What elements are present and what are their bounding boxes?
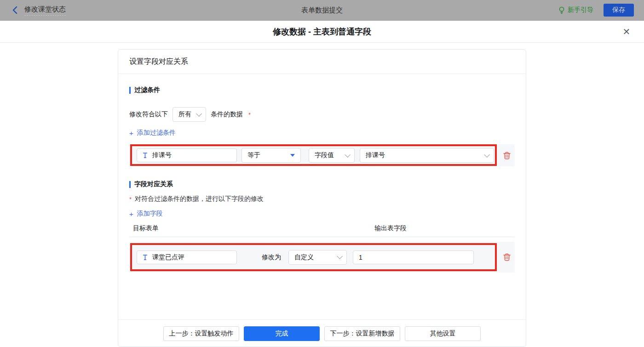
compare-value: 排课号 bbox=[366, 151, 385, 159]
next-step-button[interactable]: 下一步：设置新增数据 bbox=[324, 326, 400, 341]
beginner-guide-label: 新手引导 bbox=[568, 6, 593, 14]
plus-icon: + bbox=[129, 210, 133, 218]
card-title: 设置字段对应关系 bbox=[118, 50, 526, 74]
filter-field-value: 排课号 bbox=[152, 151, 172, 159]
back-icon[interactable] bbox=[12, 6, 18, 14]
chevron-down-icon bbox=[345, 152, 351, 158]
delete-condition-button[interactable] bbox=[503, 151, 511, 160]
mapping-description: * 对符合过滤条件的数据，进行以下字段的修改 bbox=[129, 195, 515, 203]
match-prefix-label: 修改符合以下 bbox=[129, 110, 168, 119]
custom-value-input[interactable]: 1 bbox=[353, 250, 474, 264]
section-bar bbox=[129, 181, 131, 188]
caret-down-icon bbox=[290, 154, 295, 157]
delete-mapping-button[interactable] bbox=[503, 253, 511, 262]
chevron-down-icon bbox=[484, 152, 490, 158]
text-field-icon bbox=[142, 254, 148, 261]
match-condition-row: 修改符合以下 所有 条件的数据 * bbox=[129, 107, 515, 122]
value-mode-select[interactable]: 自定义 bbox=[288, 250, 347, 265]
column-output-field: 输出表字段 bbox=[374, 224, 407, 233]
dialog-title: 修改数据 - 主表到普通字段 bbox=[0, 21, 644, 43]
lightbulb-icon bbox=[558, 6, 565, 14]
add-filter-condition-link[interactable]: + 添加过滤条件 bbox=[129, 129, 176, 137]
match-suffix-label: 条件的数据 bbox=[211, 110, 243, 119]
chevron-down-icon bbox=[196, 111, 202, 117]
filter-section-title: 过滤条件 bbox=[129, 86, 515, 94]
operator-select[interactable]: 等于 bbox=[242, 148, 301, 163]
value-type-select[interactable]: 字段值 bbox=[309, 148, 355, 163]
add-field-label: 添加字段 bbox=[137, 210, 163, 218]
target-field-input[interactable]: 课堂已点评 bbox=[137, 250, 237, 264]
dialog-footer: 上一步：设置触发动作 完成 下一步：设置新增数据 其他设置 bbox=[118, 319, 526, 347]
compare-value-select[interactable]: 排课号 bbox=[360, 148, 494, 163]
match-scope-value: 所有 bbox=[178, 110, 191, 119]
prev-step-button[interactable]: 上一步：设置触发动作 bbox=[163, 326, 239, 341]
field-mapping-row: 课堂已点评 修改为 自定义 1 bbox=[129, 242, 515, 273]
filter-condition-row: 排课号 等于 字段值 排课号 bbox=[129, 144, 515, 166]
flow-title[interactable]: 修改课堂状态 bbox=[24, 5, 66, 16]
close-icon[interactable]: ✕ bbox=[620, 25, 633, 38]
required-asterisk: * bbox=[248, 111, 251, 118]
save-button[interactable]: 保存 bbox=[604, 4, 634, 17]
modify-to-label: 修改为 bbox=[262, 253, 288, 262]
other-settings-button[interactable]: 其他设置 bbox=[405, 326, 481, 341]
beginner-guide-link[interactable]: 新手引导 bbox=[558, 6, 593, 14]
operator-value: 等于 bbox=[247, 151, 260, 159]
filter-section-label: 过滤条件 bbox=[134, 86, 160, 94]
value-mode-value: 自定义 bbox=[294, 253, 314, 262]
mapping-section-title: 字段对应关系 bbox=[129, 180, 515, 188]
required-asterisk: * bbox=[129, 196, 132, 203]
value-type-value: 字段值 bbox=[315, 151, 334, 159]
mapping-table-header: 目标表单 输出表字段 bbox=[129, 224, 515, 237]
filter-field-input[interactable]: 排课号 bbox=[137, 148, 237, 162]
mapping-description-text: 对符合过滤条件的数据，进行以下字段的修改 bbox=[135, 195, 264, 203]
topbar-node-title: 表单数据提交 bbox=[0, 6, 644, 15]
add-field-link[interactable]: + 添加字段 bbox=[129, 210, 163, 218]
section-bar bbox=[129, 87, 131, 94]
target-field-value: 课堂已点评 bbox=[152, 253, 184, 262]
modify-data-dialog: 修改数据 - 主表到普通字段 ✕ 设置字段对应关系 过滤条件 修改符合以下 所有… bbox=[0, 21, 644, 347]
plus-icon: + bbox=[129, 129, 133, 137]
field-mapping-card: 设置字段对应关系 过滤条件 修改符合以下 所有 条件的数据 * + 添加过滤条件 bbox=[118, 49, 526, 347]
done-button[interactable]: 完成 bbox=[244, 326, 320, 341]
topbar: 修改课堂状态 表单数据提交 新手引导 保存 bbox=[0, 0, 644, 21]
mapping-section-label: 字段对应关系 bbox=[134, 180, 173, 188]
column-target-form: 目标表单 bbox=[133, 224, 159, 232]
text-field-icon bbox=[142, 152, 148, 159]
custom-value: 1 bbox=[359, 254, 362, 261]
match-scope-select[interactable]: 所有 bbox=[172, 107, 206, 122]
add-filter-condition-label: 添加过滤条件 bbox=[137, 129, 176, 137]
chevron-down-icon bbox=[337, 253, 343, 259]
